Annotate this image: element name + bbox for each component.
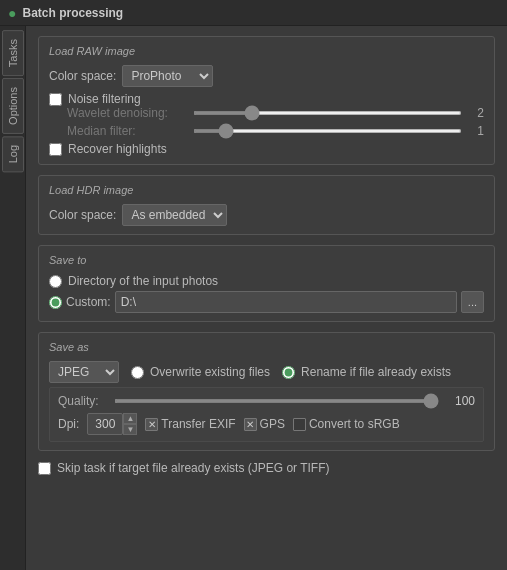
- overwrite-option: Overwrite existing files: [131, 365, 270, 379]
- hdr-color-space-row: Color space: As embedded ProPhoto sRGB: [49, 204, 484, 226]
- raw-color-space-row: Color space: ProPhoto sRGB AdobeRGB: [49, 65, 484, 87]
- sidebar-item-tasks[interactable]: Tasks: [2, 30, 24, 76]
- quality-label: Quality:: [58, 394, 108, 408]
- custom-path-row: Custom: ...: [49, 291, 484, 313]
- noise-filtering-checkbox[interactable]: [49, 93, 62, 106]
- directory-label: Directory of the input photos: [68, 274, 218, 288]
- wavelet-label: Wavelet denoising:: [67, 106, 187, 120]
- sidebar-item-log[interactable]: Log: [2, 136, 24, 172]
- quality-subsection: Quality: 100 Dpi: ▲ ▼ ✕: [49, 387, 484, 442]
- title-bar: ● Batch processing: [0, 0, 507, 26]
- rename-option: Rename if file already exists: [282, 365, 451, 379]
- load-hdr-title: Load HDR image: [49, 184, 484, 196]
- dpi-spinner: ▲ ▼: [87, 413, 137, 435]
- median-label: Median filter:: [67, 124, 187, 138]
- dpi-row: Dpi: ▲ ▼ ✕ Transfer EXIF: [58, 413, 475, 435]
- overwrite-label: Overwrite existing files: [150, 365, 270, 379]
- save-to-section: Save to Directory of the input photos Cu…: [38, 245, 495, 322]
- dpi-label: Dpi:: [58, 417, 79, 431]
- transfer-exif-label: Transfer EXIF: [161, 417, 235, 431]
- noise-filtering-row: Noise filtering: [49, 92, 484, 106]
- rename-label: Rename if file already exists: [301, 365, 451, 379]
- noise-filtering-label: Noise filtering: [68, 92, 141, 106]
- overwrite-radio[interactable]: [131, 366, 144, 379]
- dpi-down-button[interactable]: ▼: [123, 424, 137, 435]
- wavelet-slider-row: Wavelet denoising: 2: [67, 106, 484, 120]
- median-slider-row: Median filter: 1: [67, 124, 484, 138]
- browse-button[interactable]: ...: [461, 291, 484, 313]
- raw-color-space-label: Color space:: [49, 69, 116, 83]
- hdr-color-space-label: Color space:: [49, 208, 116, 222]
- sidebar-item-options[interactable]: Options: [2, 78, 24, 134]
- custom-path-input[interactable]: [115, 291, 457, 313]
- side-tabs: Tasks Options Log: [0, 26, 26, 570]
- skip-task-checkbox[interactable]: [38, 462, 51, 475]
- raw-color-space-select[interactable]: ProPhoto sRGB AdobeRGB: [122, 65, 213, 87]
- directory-option-row: Directory of the input photos: [49, 274, 484, 288]
- save-as-section: Save as JPEG TIFF PNG Overwrite existing…: [38, 332, 495, 451]
- custom-label: Custom:: [66, 295, 111, 309]
- main-layout: Tasks Options Log Load RAW image Color s…: [0, 26, 507, 570]
- recover-highlights-row: Recover highlights: [49, 142, 484, 156]
- convert-srgb-label: Convert to sRGB: [309, 417, 400, 431]
- save-as-format-row: JPEG TIFF PNG Overwrite existing files R…: [49, 361, 484, 383]
- gps-checkbox[interactable]: ✕: [244, 418, 257, 431]
- custom-radio[interactable]: [49, 296, 62, 309]
- convert-srgb-checkbox[interactable]: [293, 418, 306, 431]
- dpi-up-button[interactable]: ▲: [123, 413, 137, 424]
- recover-highlights-checkbox[interactable]: [49, 143, 62, 156]
- transfer-exif-checkbox[interactable]: ✕: [145, 418, 158, 431]
- content-area: Load RAW image Color space: ProPhoto sRG…: [26, 26, 507, 570]
- app-icon: ●: [8, 5, 16, 21]
- dpi-input[interactable]: [87, 413, 123, 435]
- skip-task-row: Skip task if target file already exists …: [38, 461, 495, 475]
- rename-radio[interactable]: [282, 366, 295, 379]
- save-as-title: Save as: [49, 341, 484, 353]
- load-raw-section: Load RAW image Color space: ProPhoto sRG…: [38, 36, 495, 165]
- transfer-exif-option: ✕ Transfer EXIF: [145, 417, 235, 431]
- convert-srgb-option: Convert to sRGB: [293, 417, 400, 431]
- load-hdr-section: Load HDR image Color space: As embedded …: [38, 175, 495, 235]
- load-raw-title: Load RAW image: [49, 45, 484, 57]
- quality-row: Quality: 100: [58, 394, 475, 408]
- directory-radio[interactable]: [49, 275, 62, 288]
- noise-sliders: Wavelet denoising: 2 Median filter: 1: [49, 106, 484, 138]
- dpi-spinner-buttons: ▲ ▼: [123, 413, 137, 435]
- wavelet-value: 2: [468, 106, 484, 120]
- format-select[interactable]: JPEG TIFF PNG: [49, 361, 119, 383]
- save-to-title: Save to: [49, 254, 484, 266]
- gps-label: GPS: [260, 417, 285, 431]
- recover-highlights-label: Recover highlights: [68, 142, 167, 156]
- hdr-color-space-select[interactable]: As embedded ProPhoto sRGB: [122, 204, 227, 226]
- median-slider[interactable]: [193, 129, 462, 133]
- quality-slider[interactable]: [114, 399, 439, 403]
- wavelet-slider[interactable]: [193, 111, 462, 115]
- quality-value: 100: [445, 394, 475, 408]
- skip-task-label: Skip task if target file already exists …: [57, 461, 330, 475]
- median-value: 1: [468, 124, 484, 138]
- gps-option: ✕ GPS: [244, 417, 285, 431]
- app-title: Batch processing: [22, 6, 123, 20]
